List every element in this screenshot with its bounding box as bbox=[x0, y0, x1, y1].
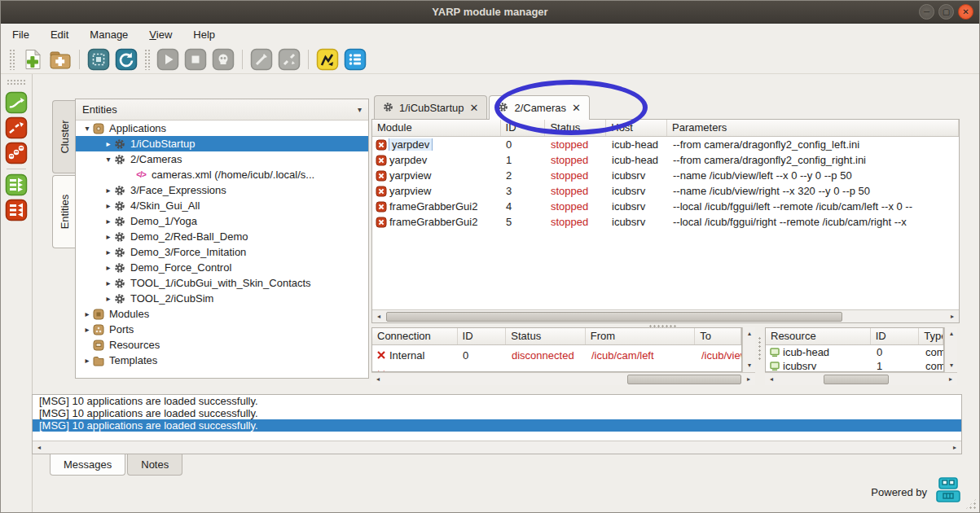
table-row[interactable]: yarpdev0stoppedicub-head--from camera/dr… bbox=[372, 137, 959, 152]
tree-item-demo_2/red-ball_demo[interactable]: ▸Demo_2/Red-Ball_Demo bbox=[76, 229, 368, 244]
expander-right-icon[interactable]: ▸ bbox=[103, 232, 113, 241]
expander-right-icon[interactable]: ▸ bbox=[103, 217, 113, 226]
tab-1-icubstartup[interactable]: 1/iCubStartup✕ bbox=[374, 95, 487, 120]
expander-right-icon[interactable]: ▸ bbox=[103, 263, 113, 272]
column-header-to[interactable]: To bbox=[695, 328, 741, 344]
tree-item-3/face_expressions[interactable]: ▸3/Face_Expressions bbox=[76, 182, 368, 198]
log-hscrollbar[interactable]: ◂ ▸ bbox=[33, 441, 961, 454]
expander-right-icon[interactable]: ▸ bbox=[82, 325, 92, 334]
kill-icon[interactable] bbox=[212, 48, 235, 71]
close-icon[interactable]: ✕ bbox=[572, 102, 581, 114]
expander-down-icon[interactable]: ▾ bbox=[103, 155, 113, 164]
open-folder-icon[interactable] bbox=[49, 48, 72, 71]
table-row[interactable]: Internal0disconnected/icub/cam/left/icub… bbox=[372, 345, 741, 365]
column-header-id[interactable]: ID bbox=[871, 328, 919, 344]
expander-right-icon[interactable]: ▸ bbox=[82, 356, 92, 365]
column-header-from[interactable]: From bbox=[586, 328, 695, 344]
tab-2-cameras[interactable]: 2/Cameras✕ bbox=[489, 95, 589, 120]
chevron-down-icon[interactable]: ▾ bbox=[358, 105, 362, 114]
tree-item-resources[interactable]: Resources bbox=[76, 337, 368, 353]
column-header-host[interactable]: Host bbox=[606, 120, 667, 136]
column-header-type[interactable]: Type bbox=[919, 328, 943, 344]
run-icon[interactable] bbox=[156, 48, 179, 71]
expander-right-icon[interactable]: ▸ bbox=[103, 248, 113, 256]
scroll-right-icon[interactable]: ▸ bbox=[944, 373, 957, 386]
new-application-icon[interactable] bbox=[21, 48, 44, 71]
maximize-button[interactable]: ▢ bbox=[938, 4, 954, 20]
table-row[interactable]: frameGrabberGui24stoppedicubsrv--local /… bbox=[372, 199, 959, 214]
close-button[interactable]: ✕ bbox=[958, 4, 973, 20]
expander-right-icon[interactable]: ▸ bbox=[103, 278, 113, 287]
table-row[interactable]: yarpview2stoppedicubsrv--name /icub/view… bbox=[372, 168, 959, 183]
resource-table-hscrollbar[interactable]: ◂ ▸ bbox=[765, 372, 957, 385]
module-table-hscrollbar[interactable]: ◂ ▸ bbox=[372, 309, 959, 322]
column-header-status[interactable]: Status bbox=[545, 120, 606, 136]
table-row[interactable]: Internal1disconnected/icub/cam/right/icu… bbox=[372, 365, 741, 372]
column-header-id[interactable]: ID bbox=[501, 120, 546, 136]
tree-item-demo_force_control[interactable]: ▸Demo_Force_Control bbox=[76, 260, 368, 275]
disconnect-all-icon[interactable] bbox=[5, 116, 28, 139]
connect-all-icon[interactable] bbox=[5, 91, 28, 114]
refresh-icon[interactable] bbox=[115, 48, 138, 71]
column-header-parameters[interactable]: Parameters bbox=[667, 120, 959, 136]
column-header-module[interactable]: Module bbox=[372, 120, 501, 136]
tab-notes[interactable]: Notes bbox=[127, 454, 182, 476]
tree-item-tool_1/icubgui_with_skin_contacts[interactable]: ▸TOOL_1/iCubGui_with_Skin_Contacts bbox=[76, 275, 368, 291]
scroll-right-icon[interactable]: ▸ bbox=[946, 310, 959, 323]
tree-item-ports[interactable]: ▸Ports bbox=[76, 322, 368, 337]
table-row[interactable]: icub-head0computer bbox=[766, 345, 943, 359]
tab-entities[interactable]: Entities bbox=[52, 175, 76, 248]
tree-item-tool_2/icubsim[interactable]: ▸TOOL_2/iCubSim bbox=[76, 291, 368, 306]
expander-right-icon[interactable]: ▸ bbox=[103, 294, 113, 303]
table-row[interactable]: frameGrabberGui25stoppedicubsrv--local /… bbox=[372, 214, 959, 230]
resource-table-vscrollbar[interactable]: ▴ ▾ bbox=[944, 327, 957, 372]
scroll-up-icon[interactable]: ▴ bbox=[743, 327, 756, 340]
expander-right-icon[interactable]: ▸ bbox=[103, 201, 113, 210]
tab-messages[interactable]: Messages bbox=[50, 454, 125, 476]
tree-header[interactable]: Entities ▾ bbox=[76, 99, 368, 121]
expander-right-icon[interactable]: ▸ bbox=[82, 309, 92, 318]
close-icon[interactable]: ✕ bbox=[470, 102, 479, 114]
tree-item-demo_3/force_imitation[interactable]: ▸Demo_3/Force_Imitation bbox=[76, 244, 368, 260]
tree-item-demo_1/yoga[interactable]: ▸Demo_1/Yoga bbox=[76, 213, 368, 229]
log-line[interactable]: [MSG] 10 applications are loaded success… bbox=[33, 395, 961, 407]
column-header-status[interactable]: Status bbox=[506, 328, 586, 344]
tree-item-camerasxml[interactable]: </>cameras.xml (/home/icub/.local/s... bbox=[76, 167, 368, 182]
splitter-handle[interactable] bbox=[758, 336, 762, 361]
scroll-right-icon[interactable]: ▸ bbox=[948, 441, 961, 454]
minimize-button[interactable]: ─ bbox=[919, 4, 934, 20]
table-row[interactable]: icubsrv1computer bbox=[766, 359, 943, 372]
kill-all-icon[interactable] bbox=[5, 142, 28, 164]
scroll-down-icon[interactable]: ▾ bbox=[945, 359, 958, 372]
scrollbar-handle[interactable] bbox=[824, 375, 889, 384]
tree-item-4/skin_gui_all[interactable]: ▸4/Skin_Gui_All bbox=[76, 198, 368, 213]
stop-icon[interactable] bbox=[184, 48, 207, 71]
connection-table-vscrollbar[interactable]: ▴ ▾ bbox=[742, 327, 755, 372]
log-line[interactable]: [MSG] 10 applications are loaded success… bbox=[33, 419, 961, 432]
menu-view[interactable]: View bbox=[149, 28, 172, 41]
disconnect-icon[interactable] bbox=[278, 48, 301, 71]
builder-list-icon[interactable] bbox=[344, 48, 367, 71]
scroll-down-icon[interactable]: ▾ bbox=[743, 359, 756, 372]
tab-cluster[interactable]: Cluster bbox=[52, 100, 75, 173]
menu-help[interactable]: Help bbox=[193, 28, 215, 41]
expander-down-icon[interactable]: ▾ bbox=[82, 124, 92, 133]
expander-right-icon[interactable]: ▸ bbox=[103, 139, 113, 148]
run-all-ports-icon[interactable] bbox=[5, 173, 28, 196]
table-row[interactable]: yarpdev1stoppedicub-head--from camera/dr… bbox=[372, 152, 959, 168]
resize-grip[interactable] bbox=[965, 498, 978, 511]
scroll-left-icon[interactable]: ◂ bbox=[33, 441, 46, 454]
column-header-resource[interactable]: Resource bbox=[766, 328, 871, 344]
menu-manage[interactable]: Manage bbox=[90, 28, 128, 41]
app-grid-icon[interactable] bbox=[87, 48, 110, 71]
menu-edit[interactable]: Edit bbox=[51, 28, 68, 41]
scroll-up-icon[interactable]: ▴ bbox=[945, 327, 958, 340]
connect-icon[interactable] bbox=[250, 48, 273, 71]
tree-item-2/cameras[interactable]: ▾2/Cameras bbox=[76, 151, 368, 167]
connection-table-hscrollbar[interactable]: ◂ ▸ bbox=[371, 372, 755, 385]
titlebar[interactable]: YARP module manager ─ ▢ ✕ bbox=[1, 1, 979, 24]
tree-item-templates[interactable]: ▸Templates bbox=[76, 353, 368, 368]
scroll-right-icon[interactable]: ▸ bbox=[742, 373, 755, 386]
log-line[interactable]: [MSG] 10 applications are loaded success… bbox=[33, 407, 961, 419]
scrollbar-handle[interactable] bbox=[386, 312, 842, 322]
